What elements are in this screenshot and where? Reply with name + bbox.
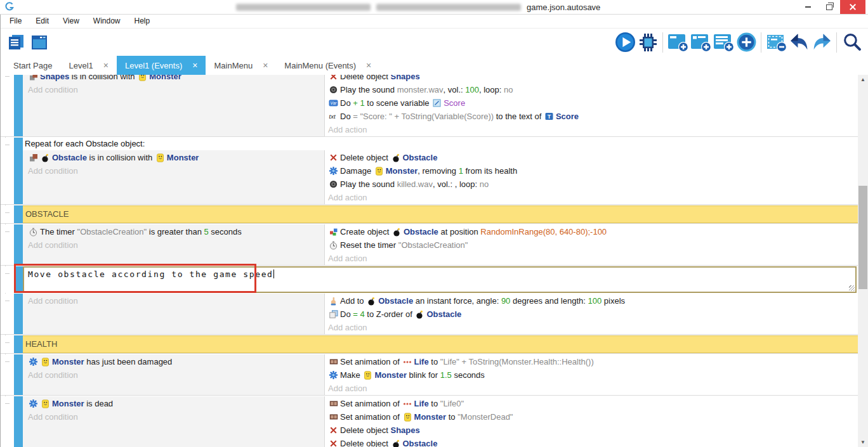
tab-mainmenu[interactable]: MainMenu× bbox=[206, 56, 276, 75]
vertical-scrollbar[interactable]: ▲ ▼ bbox=[858, 75, 868, 447]
action-line[interactable]: txtDo = "Score: " + ToString(Variable(Sc… bbox=[325, 110, 858, 123]
condition-line[interactable]: Shapes is in collision with Monster bbox=[23, 75, 324, 83]
minimize-button[interactable] bbox=[797, 0, 819, 14]
group-header[interactable]: OBSTACLE bbox=[23, 205, 858, 223]
action-line[interactable]: Set animation of Life to "Life0" bbox=[325, 397, 858, 410]
condition-line[interactable]: Monster has just been damaged bbox=[23, 355, 324, 368]
tab-close-icon[interactable]: × bbox=[263, 61, 268, 70]
play-icon[interactable] bbox=[614, 31, 636, 54]
close-button[interactable] bbox=[840, 0, 865, 14]
toolbar-separator bbox=[761, 32, 761, 53]
group-header[interactable]: HEALTH bbox=[23, 335, 858, 353]
action-line[interactable]: Delete object Obstacle bbox=[325, 151, 858, 164]
menu-item-view[interactable]: View bbox=[56, 15, 86, 28]
add-condition-button[interactable]: Add condition bbox=[23, 368, 324, 382]
add-condition-button[interactable]: Add condition bbox=[23, 164, 324, 178]
menu-item-edit[interactable]: Edit bbox=[29, 15, 56, 28]
menu-item-help[interactable]: Help bbox=[128, 15, 157, 28]
text-plain: to the text of bbox=[494, 112, 544, 121]
resize-handle[interactable] bbox=[849, 285, 855, 291]
add-action-button[interactable]: Add action bbox=[325, 123, 858, 136]
event-body: Repeat for each Obstacle object:Obstacle… bbox=[23, 138, 858, 204]
tab-close-icon[interactable]: × bbox=[192, 61, 197, 70]
menu-item-window[interactable]: Window bbox=[86, 15, 128, 28]
condition-line[interactable]: Obstacle is in collision with Monster bbox=[23, 151, 324, 164]
redo-icon[interactable] bbox=[810, 31, 833, 54]
event-selection-bar bbox=[14, 396, 23, 447]
tab-mainmenu-events[interactable]: MainMenu (Events)× bbox=[276, 56, 379, 75]
maximize-button[interactable] bbox=[819, 0, 840, 14]
undo-icon[interactable] bbox=[787, 31, 810, 54]
action-line[interactable]: Add to Obstacle an instant force, angle:… bbox=[325, 294, 858, 308]
minimize-icon bbox=[805, 6, 811, 8]
tab-start-page[interactable]: Start Page bbox=[5, 56, 60, 75]
scrollbar-thumb[interactable] bbox=[858, 186, 867, 289]
project-manager-icon[interactable] bbox=[5, 31, 28, 54]
bomb-icon bbox=[391, 153, 401, 162]
add-other-event-icon[interactable] bbox=[735, 31, 758, 54]
action-line[interactable]: Set animation of Monster to "MonsterDead… bbox=[325, 410, 858, 424]
conditions-column: Monster is deadAdd condition bbox=[23, 396, 325, 447]
text-plain: is in collision with bbox=[69, 75, 137, 81]
action-line[interactable]: Damage Monster, removing 1 from its heal… bbox=[325, 164, 858, 178]
remove-event-icon[interactable] bbox=[765, 31, 787, 54]
add-condition-button[interactable]: Add condition bbox=[23, 238, 324, 252]
event-body: The timer "ObstacleCreation" is greater … bbox=[23, 224, 858, 265]
add-event-icon[interactable] bbox=[666, 31, 689, 54]
menu-item-file[interactable]: File bbox=[3, 15, 29, 28]
text-object: Obstacle bbox=[52, 153, 87, 162]
add-action-button[interactable]: Add action bbox=[325, 382, 858, 395]
event-selection-bar bbox=[14, 294, 23, 334]
add-action-button[interactable]: Add action bbox=[325, 191, 858, 204]
add-condition-button[interactable]: Add condition bbox=[23, 83, 324, 96]
toolbar bbox=[0, 29, 868, 56]
life-icon bbox=[403, 358, 412, 366]
conditions-column: Obstacle is in collision with MonsterAdd… bbox=[23, 150, 325, 204]
event-selection-bar bbox=[14, 75, 23, 136]
condition-line[interactable]: The timer "ObstacleCreation" is greater … bbox=[23, 225, 324, 238]
action-line[interactable]: Create object Obstacle at position Rando… bbox=[325, 225, 858, 238]
tab-level1-events[interactable]: Level1 (Events)× bbox=[117, 56, 206, 75]
action-line[interactable]: Set animation of Life to "Life" + ToStri… bbox=[325, 355, 858, 368]
collision-icon bbox=[29, 75, 38, 81]
text-plain: Play the sound bbox=[340, 179, 397, 189]
event-columns: Shapes is in collision with MonsterAdd c… bbox=[23, 75, 858, 136]
text-plain: is dead bbox=[84, 399, 114, 408]
start-page-icon[interactable] bbox=[28, 31, 51, 54]
tab-close-icon[interactable]: × bbox=[366, 61, 371, 70]
damage-icon bbox=[29, 358, 38, 366]
add-action-button[interactable]: Add action bbox=[325, 252, 858, 265]
add-comment-icon[interactable] bbox=[712, 31, 735, 54]
text-plain: Create object bbox=[340, 227, 391, 236]
repeat-header[interactable]: Repeat for each Obstacle object: bbox=[23, 138, 858, 150]
add-action-button[interactable]: Add action bbox=[325, 321, 858, 334]
action-line[interactable]: Reset the timer "ObstacleCreation" bbox=[325, 238, 858, 252]
comment-input[interactable]: Move obstacle according to the game spee… bbox=[23, 266, 857, 293]
text-plain: is greater than bbox=[147, 227, 204, 236]
timer-icon bbox=[329, 241, 338, 250]
add-condition-button[interactable]: Add condition bbox=[23, 410, 324, 424]
action-line[interactable]: Make Monster blink for 1.5 seconds bbox=[325, 368, 858, 382]
tab-level1[interactable]: Level1× bbox=[60, 56, 117, 75]
action-line[interactable]: Delete object Shapes bbox=[325, 424, 858, 437]
scroll-down-button[interactable]: ▼ bbox=[858, 439, 868, 445]
search-icon[interactable] bbox=[840, 31, 863, 54]
tree-tick bbox=[5, 145, 10, 145]
action-line[interactable]: Play the sound monster.wav, vol.: 100, l… bbox=[325, 83, 858, 96]
add-condition-button[interactable]: Add condition bbox=[23, 294, 324, 308]
condition-line[interactable]: Monster is dead bbox=[23, 397, 324, 410]
action-line[interactable]: VarDo + 1 to scene variable Score bbox=[325, 96, 858, 110]
maximize-icon bbox=[826, 4, 832, 10]
event-row: Repeat for each Obstacle object:Obstacle… bbox=[0, 138, 858, 205]
text-plain: to bbox=[429, 357, 440, 366]
text-muted: "ObstacleCreation" bbox=[77, 227, 147, 236]
tab-close-icon[interactable]: × bbox=[103, 61, 109, 70]
scroll-up-button[interactable]: ▲ bbox=[858, 77, 868, 82]
action-line[interactable]: Play the sound killed.wav, vol.: , loop:… bbox=[325, 178, 858, 191]
action-line[interactable]: Do = 4 to Z-order of Obstacle bbox=[325, 308, 858, 321]
text-placeholder: Add condition bbox=[28, 370, 78, 380]
action-line[interactable]: Delete object Shapes bbox=[325, 75, 858, 83]
debug-icon[interactable] bbox=[636, 31, 659, 54]
add-subevent-icon[interactable] bbox=[689, 31, 712, 54]
action-line[interactable]: Delete object Obstacle bbox=[325, 437, 858, 447]
